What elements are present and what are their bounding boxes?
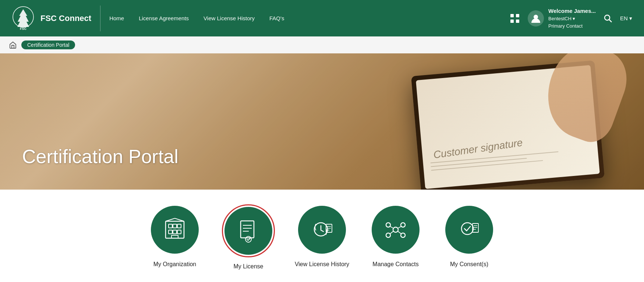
brand-name: FSC Connect: [40, 14, 91, 23]
user-avatar[interactable]: [528, 10, 544, 27]
portal-items: My Organization My License: [0, 190, 644, 282]
user-area: Welcome James... BentestCH ▾ Primary Con…: [528, 7, 596, 30]
svg-point-7: [605, 15, 610, 20]
portal-item-my-consents[interactable]: My Consent(s): [440, 204, 499, 268]
svg-rect-2: [510, 14, 514, 17]
svg-line-8: [609, 20, 612, 22]
svg-point-30: [386, 223, 390, 227]
breadcrumb-bar: Certification Portal: [0, 36, 644, 53]
my-license-icon-wrapper: [222, 204, 275, 257]
main-header: FSC FSC Connect Home License Agreements …: [0, 0, 644, 36]
portal-item-my-org[interactable]: My Organization: [145, 204, 204, 268]
user-role: Primary Contact: [548, 22, 596, 30]
portal-label-my-org: My Organization: [153, 261, 197, 268]
portal-label-view-license-history: View License History: [295, 261, 349, 268]
user-org[interactable]: BentestCH ▾: [548, 15, 596, 22]
logo-area: FSC FSC Connect: [12, 6, 100, 31]
nav-license-agreements[interactable]: License Agreements: [139, 15, 189, 21]
svg-point-23: [245, 236, 251, 242]
svg-line-37: [398, 231, 401, 234]
svg-rect-15: [177, 230, 181, 234]
hero-bg-shape: Customer signature: [0, 53, 644, 190]
svg-rect-11: [173, 224, 177, 228]
nav-view-license-history[interactable]: View License History: [204, 15, 255, 21]
language-selector[interactable]: EN ▾: [620, 15, 632, 22]
hero-section: Customer signature Certification Portal: [0, 53, 644, 190]
svg-rect-10: [169, 224, 172, 228]
fsc-logo[interactable]: FSC: [12, 6, 35, 31]
user-info: Welcome James... BentestCH ▾ Primary Con…: [548, 7, 596, 30]
breadcrumb-current[interactable]: Certification Portal: [21, 40, 75, 49]
user-welcome: Welcome James...: [548, 7, 596, 15]
my-license-icon-circle: [224, 207, 272, 255]
nav-home[interactable]: Home: [109, 15, 124, 21]
svg-point-33: [401, 233, 405, 237]
nav-faqs[interactable]: FAQ's: [269, 15, 284, 21]
portal-item-my-license[interactable]: My License: [219, 204, 278, 270]
header-right: Welcome James... BentestCH ▾ Primary Con…: [509, 7, 632, 30]
portal-label-manage-contacts: Manage Contacts: [372, 261, 418, 268]
svg-rect-19: [241, 221, 254, 238]
svg-point-38: [461, 223, 473, 235]
grid-icon[interactable]: [509, 13, 520, 24]
svg-rect-4: [510, 20, 514, 23]
view-license-history-icon-circle: [298, 206, 346, 254]
my-org-icon-wrapper: [149, 204, 200, 255]
my-consents-icon-wrapper: [444, 204, 495, 255]
svg-point-31: [401, 223, 405, 227]
svg-rect-14: [173, 230, 177, 234]
portal-label-my-license: My License: [234, 263, 263, 270]
breadcrumb-home[interactable]: [7, 39, 18, 50]
svg-line-34: [390, 226, 393, 228]
hero-title: Certification Portal: [22, 145, 178, 168]
svg-rect-3: [516, 14, 519, 17]
view-license-history-icon-wrapper: [297, 204, 347, 255]
svg-point-32: [386, 233, 390, 237]
svg-rect-5: [516, 20, 519, 23]
manage-contacts-icon-circle: [372, 206, 420, 254]
svg-point-29: [393, 227, 398, 232]
portal-item-manage-contacts[interactable]: Manage Contacts: [366, 204, 425, 268]
portal-label-my-consents: My Consent(s): [450, 261, 488, 268]
svg-rect-12: [177, 224, 181, 228]
main-nav: Home License Agreements View License His…: [109, 15, 509, 21]
my-consents-icon-circle: [445, 206, 493, 254]
portal-item-view-license-history[interactable]: View License History: [293, 204, 351, 268]
search-icon[interactable]: [603, 14, 613, 23]
svg-text:FSC: FSC: [20, 27, 27, 31]
svg-line-35: [398, 226, 401, 228]
svg-rect-13: [169, 230, 172, 234]
manage-contacts-icon-wrapper: [370, 204, 421, 255]
my-org-icon-circle: [151, 206, 199, 254]
svg-line-36: [390, 231, 393, 234]
